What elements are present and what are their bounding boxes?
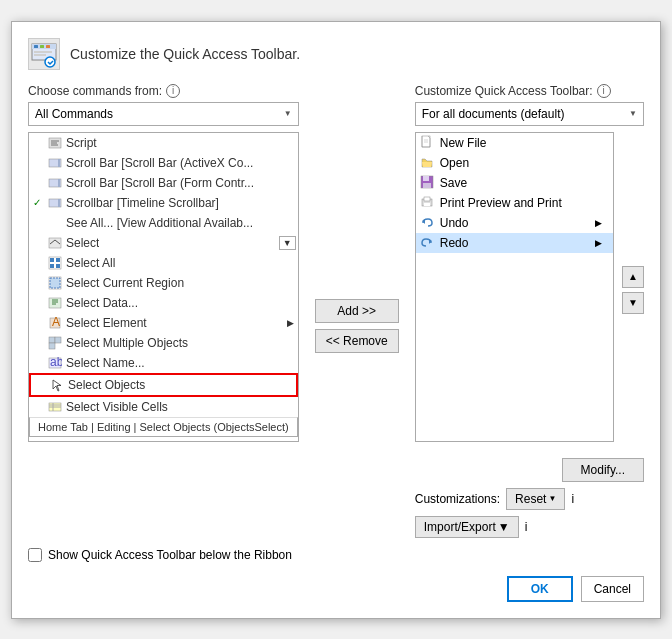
reset-button[interactable]: Reset ▼	[506, 488, 565, 510]
svg-rect-69	[424, 197, 430, 201]
right-list-item[interactable]: Save	[416, 173, 613, 193]
right-list-item[interactable]: Print Preview and Print	[416, 193, 613, 213]
move-up-button[interactable]: ▲	[622, 266, 644, 288]
footer: Show Quick Access Toolbar below the Ribb…	[28, 548, 644, 602]
item-text: Scroll Bar [Scroll Bar (Form Contr...	[66, 176, 254, 190]
choose-label: Choose commands from:	[28, 84, 162, 98]
choose-dropdown-arrow: ▼	[284, 109, 292, 118]
import-label: Import/Export	[424, 520, 496, 534]
customize-dropdown[interactable]: For all documents (default) ▼	[415, 102, 644, 126]
item-text: Select Multiple Objects	[66, 336, 188, 350]
svg-rect-6	[34, 54, 46, 56]
item-icon	[47, 175, 63, 191]
choose-info-icon[interactable]: i	[166, 84, 180, 98]
svg-rect-67	[423, 183, 431, 188]
item-text: Select	[66, 236, 99, 250]
item-icon: ab	[47, 355, 63, 371]
item-icon	[47, 335, 63, 351]
bottom-row: Modify...	[415, 458, 644, 482]
list-item-select-objects[interactable]: Select Objects	[29, 373, 298, 397]
right-panel: Customize Quick Access Toolbar: i For al…	[415, 84, 644, 538]
list-item[interactable]: Select Multiple Objects	[29, 333, 298, 353]
item-text: Print Preview and Print	[440, 196, 595, 210]
customize-info-icon[interactable]: i	[597, 84, 611, 98]
list-item[interactable]: Scroll Bar [Scroll Bar (ActiveX Co...	[29, 153, 298, 173]
customizations-row: Customizations: Reset ▼ i	[415, 488, 644, 510]
svg-text:ab: ab	[50, 356, 62, 369]
list-item[interactable]: ab Select Name...	[29, 353, 298, 373]
middle-buttons: Add >> << Remove	[309, 114, 405, 538]
list-item[interactable]: Script	[29, 133, 298, 153]
undo-arrow: ▶	[595, 218, 609, 228]
item-text: Save	[440, 176, 609, 190]
item-text: Scrollbar [Timeline Scrollbar]	[66, 196, 219, 210]
cancel-button[interactable]: Cancel	[581, 576, 644, 602]
reset-label: Reset	[515, 492, 546, 506]
svg-rect-23	[56, 264, 60, 268]
undo-icon	[420, 215, 436, 231]
svg-rect-3	[40, 45, 44, 48]
svg-rect-20	[50, 258, 54, 262]
svg-rect-5	[34, 51, 52, 53]
item-text: Select Objects	[68, 378, 145, 392]
import-button[interactable]: Import/Export ▼	[415, 516, 519, 538]
right-and-arrows: New File Open Save	[415, 132, 644, 448]
svg-point-7	[45, 57, 55, 67]
newfile-icon	[420, 135, 436, 151]
item-icon	[47, 295, 63, 311]
right-list-item[interactable]: Open	[416, 153, 613, 173]
svg-rect-13	[58, 159, 60, 167]
item-icon	[47, 399, 63, 415]
remove-button[interactable]: << Remove	[315, 329, 399, 353]
choose-dropdown[interactable]: All Commands ▼	[28, 102, 299, 126]
list-item[interactable]: Select Current Region	[29, 273, 298, 293]
item-text: Select Name...	[66, 356, 145, 370]
list-item[interactable]: Select Visible Cells	[29, 397, 298, 417]
item-text: Selection Label [Timeline...	[66, 440, 210, 441]
select-dropdown-btn[interactable]: ▼	[279, 236, 296, 250]
reset-dropdown-arrow: ▼	[548, 494, 556, 503]
item-text: Select Data...	[66, 296, 138, 310]
import-info-icon[interactable]: i	[525, 520, 528, 534]
modify-button[interactable]: Modify...	[562, 458, 644, 482]
list-item[interactable]: Scroll Bar [Scroll Bar (Form Contr...	[29, 173, 298, 193]
customize-label: Customize Quick Access Toolbar:	[415, 84, 593, 98]
right-listbox[interactable]: New File Open Save	[415, 132, 614, 442]
list-item[interactable]: Select All	[29, 253, 298, 273]
list-item[interactable]: Selection Label [Timeline...	[29, 437, 298, 441]
reset-info-icon[interactable]: i	[571, 492, 574, 506]
customizations-label: Customizations:	[415, 492, 500, 506]
arrow-icon: ▶	[287, 318, 294, 328]
choose-dropdown-value: All Commands	[35, 107, 113, 121]
show-below-ribbon-checkbox[interactable]	[28, 548, 42, 562]
dialog-header: Customize the Quick Access Toolbar.	[28, 38, 644, 70]
svg-rect-34	[49, 343, 55, 349]
left-listbox[interactable]: Script Scroll Bar [Scroll Bar (ActiveX C…	[29, 133, 298, 441]
choose-label-row: Choose commands from: i	[28, 84, 299, 98]
open-icon	[420, 155, 436, 171]
left-panel: Choose commands from: i All Commands ▼ S…	[28, 84, 299, 538]
ok-button[interactable]: OK	[507, 576, 573, 602]
right-list-item-redo[interactable]: Redo ▶	[416, 233, 613, 253]
move-down-button[interactable]: ▼	[622, 292, 644, 314]
list-item[interactable]: A Select Element ▶	[29, 313, 298, 333]
add-button[interactable]: Add >>	[315, 299, 399, 323]
svg-text:A: A	[52, 316, 60, 329]
redo-icon	[420, 235, 436, 251]
item-icon	[47, 135, 63, 151]
list-item[interactable]: Select ▼	[29, 233, 298, 253]
right-list-item[interactable]: Undo ▶	[416, 213, 613, 233]
item-icon	[47, 235, 63, 251]
redo-arrow: ▶	[595, 238, 609, 248]
svg-rect-2	[34, 45, 38, 48]
item-text: Open	[440, 156, 609, 170]
list-item[interactable]: ✓ Scrollbar [Timeline Scrollbar]	[29, 193, 298, 213]
list-item[interactable]: See All... [View Additional Availab...	[29, 213, 298, 233]
item-icon	[47, 195, 63, 211]
import-row: Import/Export ▼ i	[415, 516, 644, 538]
right-list-item[interactable]: New File	[416, 133, 613, 153]
print-icon	[420, 195, 436, 211]
dialog-body: Choose commands from: i All Commands ▼ S…	[28, 84, 644, 538]
checkbox-row: Show Quick Access Toolbar below the Ribb…	[28, 548, 644, 562]
list-item[interactable]: Select Data...	[29, 293, 298, 313]
